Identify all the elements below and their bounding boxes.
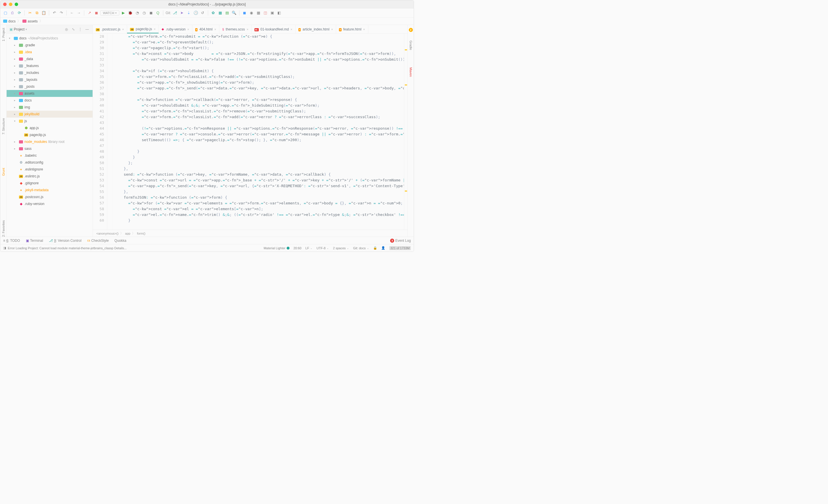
sidebar-view-selector[interactable]: ▣ Project ▾ <box>9 27 62 31</box>
coverage-icon[interactable]: ◔ <box>134 10 140 16</box>
tree-item[interactable]: ⚙.editorconfig <box>7 159 92 166</box>
marker-stripe[interactable] <box>404 34 407 230</box>
editor-tab[interactable]: 5article_index.html× <box>296 25 336 33</box>
tree-item[interactable]: ⬢app.js <box>7 125 92 131</box>
tree-item[interactable]: ▸docs <box>7 97 92 104</box>
open-icon[interactable]: ▢ <box>3 10 8 16</box>
code-editor[interactable]: ="c-var">form.="c-fn">onsubmit = ="c-kw"… <box>113 34 404 230</box>
tab-close-icon[interactable]: × <box>247 28 248 31</box>
tab-close-icon[interactable]: × <box>214 28 216 31</box>
tw-toggle-icon[interactable]: ◨ <box>3 246 6 250</box>
inspector-icon[interactable]: 👤 <box>381 246 385 250</box>
stop-run-icon[interactable]: ◼ <box>148 10 154 16</box>
tree-item[interactable]: ▸_data <box>7 55 92 62</box>
tree-item[interactable]: ▸.gradle <box>7 42 92 49</box>
tool-4-icon[interactable]: ◫ <box>262 10 268 16</box>
tool-5-icon[interactable]: ▣ <box>270 10 275 16</box>
tool-2-icon[interactable]: ◉ <box>249 10 254 16</box>
tool-window-quokka[interactable]: Quokka <box>115 239 126 243</box>
tab-close-icon[interactable]: × <box>188 28 189 31</box>
editor-tab[interactable]: M↓01-lookandfeel.md× <box>252 25 296 33</box>
window-close[interactable] <box>3 3 7 6</box>
profile-icon[interactable]: ◷ <box>141 10 147 16</box>
git-branch[interactable]: Git: docs⌄ <box>353 246 369 250</box>
window-minimize[interactable] <box>9 3 12 6</box>
editor-tab[interactable]: ◆.ruby-version× <box>159 25 192 33</box>
copy-icon[interactable]: ⧉ <box>34 10 40 16</box>
tree-item[interactable]: ◆.ruby-version <box>7 200 92 207</box>
run-icon[interactable]: ▶ <box>120 10 126 16</box>
tree-item[interactable]: ▾js <box>7 118 92 125</box>
sync-icon[interactable]: ⟳ <box>16 10 22 16</box>
line-separator[interactable]: LF⌄ <box>305 246 313 250</box>
tool-3-icon[interactable]: ▦ <box>256 10 261 16</box>
project-tree[interactable]: ▾docs ~/IdeaProjects/docs▸.gradle▸.idea▸… <box>7 34 92 237</box>
tree-item[interactable]: ▸assets <box>7 90 92 97</box>
tree-item[interactable]: ●.babelrc <box>7 152 92 159</box>
target-icon[interactable]: ◎ <box>64 27 69 32</box>
tree-item[interactable]: ▾docs ~/IdeaProjects/docs <box>7 35 92 42</box>
fold-gutter[interactable] <box>107 34 113 230</box>
quokka-icon[interactable]: Q <box>155 10 161 16</box>
tab-close-icon[interactable]: × <box>154 27 156 31</box>
settings-icon[interactable]: ⋮ <box>78 27 83 32</box>
breadcrumb-item[interactable]: docs <box>3 19 15 23</box>
cut-icon[interactable]: ✂ <box>27 10 33 16</box>
search-icon[interactable]: 🔍 <box>231 10 237 16</box>
run-config-dropdown[interactable]: WATCH ▾ <box>100 10 119 15</box>
crumb[interactable]: app <box>125 232 130 235</box>
vcs-revert-icon[interactable]: ↺ <box>200 10 206 16</box>
crumb[interactable]: form() <box>137 232 145 235</box>
indent[interactable]: 2 spaces⌄ <box>333 246 349 250</box>
tree-item[interactable]: ▸.idea <box>7 49 92 55</box>
tool-window-favorites[interactable]: 2: Favorites <box>2 220 5 237</box>
crumb[interactable]: <anonymous>() <box>96 232 118 235</box>
lock-icon[interactable]: 🔒 <box>373 246 377 250</box>
editor-tab[interactable]: 5404.html× <box>192 25 219 33</box>
cursor-position[interactable]: 20:60 <box>294 246 301 250</box>
tool-1-icon[interactable]: ◼ <box>242 10 248 16</box>
vcs-commit-icon[interactable]: ➤ <box>179 10 185 16</box>
stop-icon[interactable]: ◼ <box>93 10 99 16</box>
tree-item[interactable]: ●.eslintignore <box>7 166 92 173</box>
vcs-update-icon[interactable]: ⇣ <box>186 10 192 16</box>
theme-widget[interactable]: Material Lighter <box>264 246 290 250</box>
window-maximize[interactable] <box>15 3 18 6</box>
editor-tab[interactable]: §themes.scss× <box>219 25 252 33</box>
event-log[interactable]: 3 Event Log <box>390 239 411 243</box>
tree-item[interactable]: ▸_posts <box>7 83 92 90</box>
tab-close-icon[interactable]: × <box>363 28 365 31</box>
tree-item[interactable]: ▸node_modules library root <box>7 138 92 145</box>
memory-indicator[interactable]: 321 of 1733M <box>389 246 411 250</box>
tool-window-grunt[interactable]: Grunt <box>2 168 5 176</box>
vcs-history-icon[interactable]: 🕓 <box>193 10 199 16</box>
redo-icon[interactable]: ↷ <box>58 10 64 16</box>
notifications-badge[interactable]: 2 <box>409 28 413 32</box>
tree-item[interactable]: JSpageclip.js <box>7 131 92 138</box>
tree-item[interactable]: ▸_features <box>7 62 92 69</box>
status-message[interactable]: Error Loading Project: Cannot load modul… <box>8 246 126 250</box>
forward-icon[interactable]: → <box>76 10 82 16</box>
debug-icon[interactable]: 🐞 <box>127 10 133 16</box>
tree-item[interactable]: JS.postcssrc.js <box>7 194 92 200</box>
project-structure-icon[interactable]: ▦ <box>217 10 223 16</box>
tree-item[interactable]: ▸img <box>7 104 92 111</box>
editor-tab[interactable]: 5feature.html× <box>336 25 368 33</box>
tool-window-structure[interactable]: 7: Structure <box>2 118 5 134</box>
tool-6-icon[interactable]: ◧ <box>276 10 282 16</box>
sdk-icon[interactable]: ▤ <box>224 10 230 16</box>
tool-window-vcs[interactable]: ⎇9: Version Control <box>49 239 81 243</box>
collapse-icon[interactable]: ⤡ <box>71 27 76 32</box>
editor-tab[interactable]: JS.postcssrc.js× <box>93 25 127 33</box>
tab-close-icon[interactable]: × <box>331 28 333 31</box>
hide-icon[interactable]: — <box>85 27 90 32</box>
tool-window-todo[interactable]: ≡6: TODO <box>3 239 20 243</box>
undo-icon[interactable]: ↶ <box>51 10 57 16</box>
tool-window-maven[interactable]: Maven <box>409 67 413 77</box>
tree-item[interactable]: JS.eslintrc.js <box>7 173 92 180</box>
tree-item[interactable]: ▸jekyllbuild <box>7 111 92 118</box>
tab-close-icon[interactable]: × <box>291 28 292 31</box>
tool-window-project[interactable]: 1: Project <box>2 28 5 41</box>
tool-window-terminal[interactable]: ▣Terminal <box>26 239 43 243</box>
tree-item[interactable]: ◆.gitignore <box>7 180 92 186</box>
